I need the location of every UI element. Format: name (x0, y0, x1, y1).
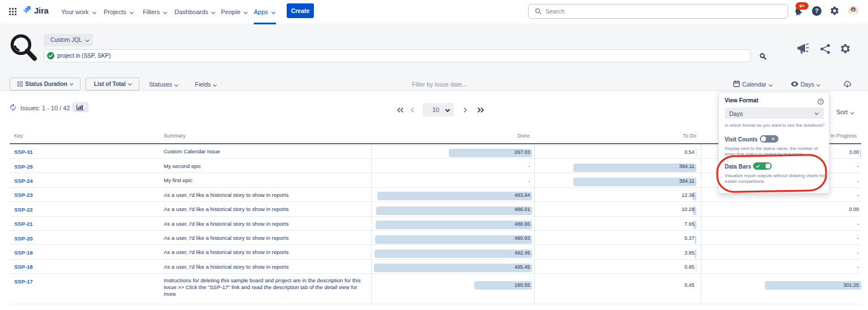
svg-text:?: ? (819, 100, 822, 104)
